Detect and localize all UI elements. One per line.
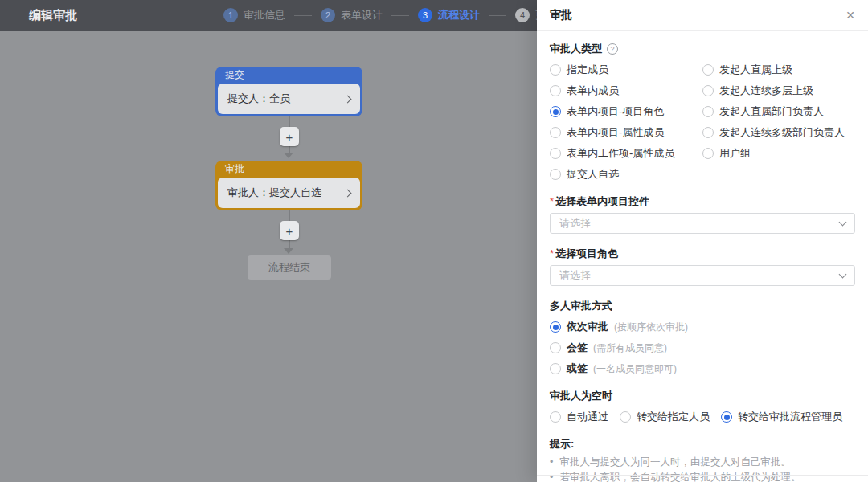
select-placeholder: 请选择 <box>559 216 591 231</box>
approver-type-option[interactable]: 提交人自选 <box>550 167 702 182</box>
multi-approval-label: 多人审批方式 <box>550 299 855 313</box>
radio-icon <box>550 411 561 423</box>
required-mark: * <box>550 195 554 207</box>
radio-icon <box>702 148 714 159</box>
multi-approval-option[interactable]: 依次审批(按顺序依次审批) <box>550 320 855 334</box>
radio-label: 表单内工作项-属性成员 <box>567 146 674 161</box>
required-mark: * <box>550 247 554 259</box>
page-title: 编辑审批 <box>29 0 77 31</box>
bullet-icon: • <box>550 455 553 470</box>
step-label: 审批信息 <box>244 8 285 22</box>
project-role-label-text: 选择项目角色 <box>555 247 618 261</box>
radio-icon <box>550 106 561 117</box>
radio-label: 发起人直属部门负责人 <box>719 104 824 119</box>
step-number: 2 <box>321 8 335 22</box>
approver-type-option[interactable]: 发起人连续多层上级 <box>702 84 855 98</box>
radio-label: 发起人直属上级 <box>719 63 792 77</box>
node-end: 流程结束 <box>248 255 331 280</box>
radio-icon <box>550 363 561 374</box>
radio-label: 提交人自选 <box>567 167 619 182</box>
tip-item: •审批人与提交人为同一人时，由提交人对自己审批。 <box>550 455 855 470</box>
arrow-down-icon <box>284 248 293 254</box>
node-submit-card[interactable]: 提交人：全员 <box>218 84 360 114</box>
radio-icon <box>702 127 714 138</box>
step-2[interactable]: 2表单设计 <box>321 8 383 22</box>
drawer-footer-divider <box>537 475 868 476</box>
step-connector <box>391 15 409 16</box>
approver-type-option[interactable]: 指定成员 <box>550 63 702 77</box>
radio-icon <box>550 85 561 96</box>
approver-type-option[interactable]: 发起人连续多级部门负责人 <box>702 125 855 140</box>
radio-icon <box>550 148 561 159</box>
project-control-label: * 选择表单内项目控件 <box>550 194 855 209</box>
radio-icon <box>550 321 561 333</box>
help-icon[interactable]: ? <box>607 43 618 55</box>
node-approval-card[interactable]: 审批人：提交人自选 <box>218 178 360 208</box>
radio-icon <box>550 342 561 353</box>
approver-type-option[interactable]: 发起人直属部门负责人 <box>702 104 855 119</box>
add-node-button[interactable]: + <box>280 127 299 146</box>
approver-type-option[interactable]: 表单内项目-属性成员 <box>550 125 702 140</box>
empty-approver-option[interactable]: 转交给指定人员 <box>620 410 710 424</box>
radio-label: 自动通过 <box>567 410 608 424</box>
chevron-right-icon <box>344 189 352 197</box>
project-role-select[interactable]: 请选择 <box>550 265 855 286</box>
empty-approver-label: 审批人为空时 <box>550 389 855 403</box>
tip-text: 若审批人离职，会自动转交给审批人的上级代为处理。 <box>559 470 800 482</box>
step-3[interactable]: 3流程设计 <box>418 8 480 22</box>
option-label: 会签 <box>567 341 588 355</box>
radio-icon <box>721 411 732 423</box>
bullet-icon: • <box>550 470 553 482</box>
project-role-label: * 选择项目角色 <box>550 247 855 261</box>
tip-item: •若审批人离职，会自动转交给审批人的上级代为处理。 <box>550 470 855 482</box>
add-node-button[interactable]: + <box>280 221 299 240</box>
drawer-body: 审批人类型 ? 指定成员发起人直属上级表单内成员发起人连续多层上级表单内项目-项… <box>537 31 868 482</box>
multi-approval-option[interactable]: 或签(一名成员同意即可) <box>550 362 855 376</box>
empty-approver-option[interactable]: 自动通过 <box>550 410 608 424</box>
radio-icon <box>550 169 561 180</box>
option-label: 依次审批 <box>567 320 608 334</box>
empty-approver-option[interactable]: 转交给审批流程管理员 <box>721 410 842 424</box>
approver-type-option[interactable]: 表单内工作项-属性成员 <box>550 146 702 161</box>
arrow-down-icon <box>284 153 293 158</box>
approver-type-option[interactable]: 发起人直属上级 <box>702 63 855 77</box>
option-hint: (一名成员同意即可) <box>593 362 677 376</box>
node-approval-title: 审批 <box>218 161 360 178</box>
node-approval[interactable]: 审批 审批人：提交人自选 <box>215 161 362 210</box>
step-1[interactable]: 1审批信息 <box>223 8 285 22</box>
radio-label: 表单内成员 <box>567 84 619 98</box>
step-connector <box>294 15 312 16</box>
empty-approver-options: 自动通过转交给指定人员转交给审批流程管理员 <box>550 410 855 424</box>
radio-icon <box>702 106 714 117</box>
radio-label: 表单内项目-属性成员 <box>567 125 664 140</box>
approver-type-option[interactable]: 表单内项目-项目角色 <box>550 104 702 119</box>
step-number: 3 <box>418 8 432 22</box>
close-icon[interactable]: ✕ <box>845 10 855 21</box>
radio-label: 转交给指定人员 <box>637 410 710 424</box>
step-number: 4 <box>515 8 530 22</box>
drawer-title: 审批 <box>550 8 572 22</box>
node-submit[interactable]: 提交 提交人：全员 <box>215 67 362 116</box>
step-number: 1 <box>223 8 238 22</box>
multi-approval-option[interactable]: 会签(需所有成员同意) <box>550 341 855 355</box>
drawer-header: 审批 ✕ <box>537 0 868 31</box>
radio-icon <box>550 127 561 138</box>
approver-type-options: 指定成员发起人直属上级表单内成员发起人连续多层上级表单内项目-项目角色发起人直属… <box>550 63 855 182</box>
radio-icon <box>702 85 714 96</box>
project-control-select[interactable]: 请选择 <box>550 213 855 234</box>
chevron-down-icon <box>839 270 847 278</box>
approver-type-option[interactable]: 表单内成员 <box>550 84 702 98</box>
multi-approval-options: 依次审批(按顺序依次审批)会签(需所有成员同意)或签(一名成员同意即可) <box>550 320 855 376</box>
approver-type-label: 审批人类型 <box>550 42 602 56</box>
chevron-right-icon <box>344 95 352 103</box>
stepper: 1审批信息2表单设计3流程设计4更 <box>223 0 546 31</box>
approver-type-option[interactable]: 用户组 <box>702 146 855 161</box>
node-submit-text: 提交人：全员 <box>227 92 290 106</box>
radio-label: 指定成员 <box>567 63 608 77</box>
option-hint: (按顺序依次审批) <box>614 321 688 334</box>
option-hint: (需所有成员同意) <box>593 341 667 355</box>
tips-list: •审批人与提交人为同一人时，由提交人对自己审批。•若审批人离职，会自动转交给审批… <box>550 455 855 482</box>
option-label: 或签 <box>567 362 588 376</box>
radio-label: 转交给审批流程管理员 <box>738 410 842 424</box>
approval-settings-drawer: 审批 ✕ 审批人类型 ? 指定成员发起人直属上级表单内成员发起人连续多层上级表单… <box>537 0 868 482</box>
